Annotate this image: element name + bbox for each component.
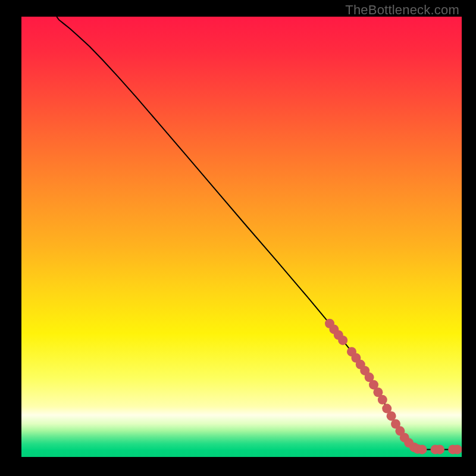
data-marker [338,336,347,345]
main-curve [57,17,462,449]
chart-stage: TheBottleneck.com [0,0,476,476]
chart-svg [21,17,462,457]
data-marker [378,395,387,405]
watermark-text: TheBottleneck.com [345,2,459,18]
marker-group [325,319,462,455]
data-marker [417,444,427,454]
data-marker [453,444,462,454]
data-marker [435,444,444,454]
